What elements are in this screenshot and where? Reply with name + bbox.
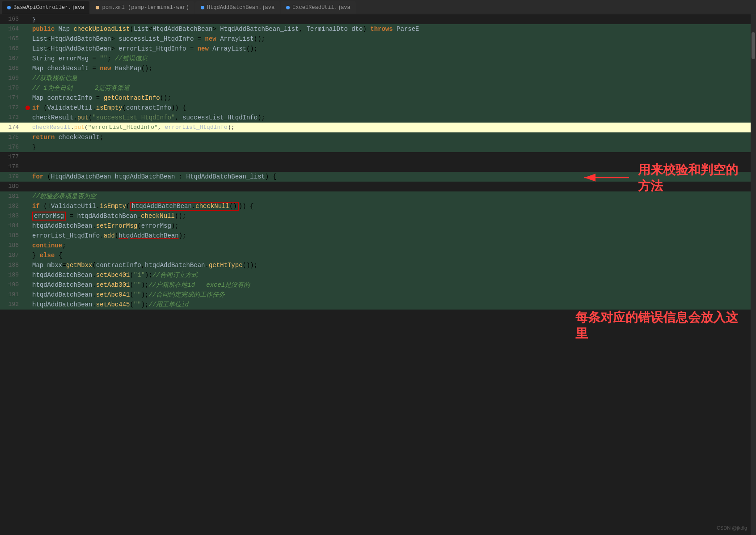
line-number: 180 [0,182,23,191]
code-content: for (HtqdAddBatchBean htqdAddBatchBean :… [32,172,276,182]
editor-container: 163 }164 public Map checkUploadList(List… [0,14,756,535]
table-row: 165 List<HtqdAddBatchBean> successList_H… [0,34,756,44]
code-content: // 1为全日制 2是劳务派遣 [32,83,130,93]
code-content: Map mbxx=getMbxx(contractInfo,htqdAddBat… [32,260,258,270]
line-number: 172 [0,103,23,113]
table-row: 189 htqdAddBatchBean.setAbe401("1");//合同… [0,270,756,280]
tab-label-3: ExcelReadUtil.java [292,4,351,11]
tab-excel-read-util[interactable]: ExcelReadUtil.java [281,1,356,14]
table-row: 169 //获取模板信息 [0,73,756,83]
scrollbar-vertical[interactable] [751,14,756,535]
tab-dot-java2 [201,6,204,9]
table-row: 183 errorMsg = htqdAddBatchBean.checkNul… [0,211,756,221]
tab-htqd-add-batch-bean[interactable]: HtqdAddBatchBean.java [195,1,280,14]
annotation-error-info: 每条对应的错误信息会放入这里 [575,310,738,342]
line-number: 190 [0,280,23,290]
line-number: 170 [0,83,23,93]
table-row: 187 } else { [0,251,756,260]
code-content: continue; [32,241,66,251]
code-content: errorMsg = htqdAddBatchBean.checkNull(); [32,211,186,221]
line-number: 171 [0,93,23,103]
breakpoint-dot [25,106,30,110]
table-row: 167 String errorMsg = ""; //错误信息 [0,54,756,64]
table-row: 173 checkResult.put("successList_HtqdInf… [0,113,756,123]
csdn-watermark: CSDN @jkdlg [717,525,747,531]
table-row: 185 errorList_HtqdInfo.add(htqdAddBatchB… [0,231,756,241]
tab-label-0: BaseApiController.java [13,4,84,11]
code-content: checkResult.put("errorList_HtqdInfo", er… [32,123,235,132]
line-number: 175 [0,132,23,142]
code-content: htqdAddBatchBean.setErrorMsg(errorMsg); [32,221,179,231]
code-content: htqdAddBatchBean.setAbc041("");//合同约定完成的… [32,290,225,300]
line-number: 168 [0,64,23,73]
code-content: if (!ValidateUtil.isEmpty(htqdAddBatchBe… [32,201,253,211]
table-row: 177 [0,152,756,162]
code-content: checkResult.put("successList_HtqdInfo", … [32,113,265,123]
line-number: 174 [0,123,23,132]
tab-pom-xml[interactable]: pom.xml (psmp-terminal-war) [90,1,194,14]
table-row: 184 htqdAddBatchBean.setErrorMsg(errorMs… [0,221,756,231]
line-number: 182 [0,201,23,211]
table-row: 186 continue; [0,241,756,251]
annotation-method: 用来校验和判空的方法 [638,162,738,195]
code-content: List<HtqdAddBatchBean> successList_HtqdI… [32,34,265,44]
tab-dot-xml [96,6,99,9]
code-content: List<HtqdAddBatchBean> errorList_HtqdInf… [32,44,258,54]
code-area[interactable]: 163 }164 public Map checkUploadList(List… [0,14,756,535]
annotation-text-1: 用来校验和判空的方法 [638,162,738,195]
line-number: 177 [0,152,23,162]
tab-dot-java3 [286,6,290,9]
line-number: 191 [0,290,23,300]
table-row: 171 Map contractInfo = getContractInfo()… [0,93,756,103]
line-number: 183 [0,211,23,221]
table-row: 190 htqdAddBatchBean.setAab301("");//户籍所… [0,280,756,290]
line-number: 184 [0,221,23,231]
code-content: } [32,142,36,152]
table-row: 163 } [0,14,756,24]
line-number: 166 [0,44,23,54]
annotation-text-2: 每条对应的错误信息会放入这里 [575,310,738,342]
table-row: 176 } [0,142,756,152]
line-number: 169 [0,73,23,83]
tab-label-1: pom.xml (psmp-terminal-war) [102,4,189,11]
line-number: 188 [0,260,23,270]
table-row: 164 public Map checkUploadList(List<Htqd… [0,24,756,34]
line-number: 185 [0,231,23,241]
code-content: Map checkResult = new HashMap(); [32,64,152,73]
annotation-arrow-1 [580,166,634,189]
code-content: String errorMsg = ""; //错误信息 [32,54,148,64]
line-number: 178 [0,162,23,172]
line-number: 187 [0,251,23,260]
tab-bar: BaseApiController.java pom.xml (psmp-ter… [0,0,756,14]
code-content: htqdAddBatchBean.setAbe401("1");//合同订立方式 [32,270,198,280]
line-number: 189 [0,270,23,280]
code-content: Map contractInfo = getContractInfo(); [32,93,171,103]
table-row: 170 // 1为全日制 2是劳务派遣 [0,83,756,93]
scrollbar-thumb[interactable] [752,32,755,59]
tab-label-2: HtqdAddBatchBean.java [207,4,275,11]
code-content: htqdAddBatchBean.setAab301("");//户籍所在地id… [32,280,250,290]
line-number: 186 [0,241,23,251]
tab-base-api-controller[interactable]: BaseApiController.java [2,1,89,14]
table-row: 168 Map checkResult = new HashMap(); [0,64,756,73]
line-number: 173 [0,113,23,123]
code-content: if (ValidateUtil.isEmpty(contractInfo)) … [32,103,186,113]
line-number: 165 [0,34,23,44]
table-row: 192 htqdAddBatchBean.setAbc445("");//用工单… [0,300,756,310]
line-number: 163 [0,14,23,24]
table-row: 174 checkResult.put("errorList_HtqdInfo"… [0,123,756,132]
code-content: return checkResult; [32,132,104,142]
line-number: 176 [0,142,23,152]
code-content: errorList_HtqdInfo.add(htqdAddBatchBean)… [32,231,186,241]
table-row: 166 List<HtqdAddBatchBean> errorList_Htq… [0,44,756,54]
table-row: 191 htqdAddBatchBean.setAbc041("");//合同约… [0,290,756,300]
line-number: 181 [0,191,23,201]
code-content: //获取模板信息 [32,73,77,83]
code-content: } else { [32,251,62,260]
line-number: 192 [0,300,23,310]
table-row: 172 if (ValidateUtil.isEmpty(contractInf… [0,103,756,113]
breakpoint-column [23,106,32,110]
code-content: htqdAddBatchBean.setAbc445("");//用工单位id [32,300,189,310]
line-number: 179 [0,172,23,182]
table-row: 188 Map mbxx=getMbxx(contractInfo,htqdAd… [0,260,756,270]
